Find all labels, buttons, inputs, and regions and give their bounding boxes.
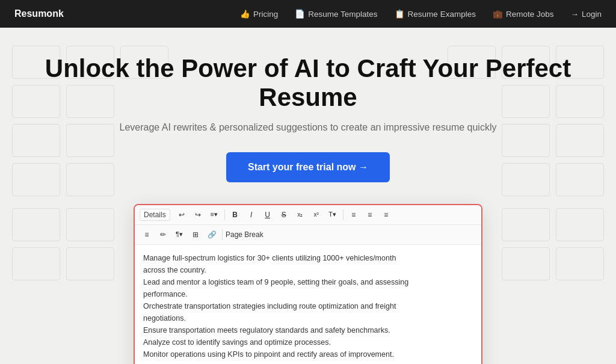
editor-card: Details ↩ ↪ ≡▾ B I U S x₂ x² T▾ ≡ ≡ ≡ — [134, 204, 482, 364]
login-link[interactable]: → Login — [570, 10, 602, 19]
editor-toolbar-row1: Details ↩ ↪ ≡▾ B I U S x₂ x² T▾ ≡ ≡ ≡ — [135, 205, 481, 225]
content-line: Ensure transportation meets regulatory s… — [143, 324, 473, 336]
editor-toolbar-row2: ≡ ✏ ¶▾ ⊞ 🔗 Page Break — [135, 225, 481, 245]
deco-box — [502, 163, 550, 196]
toolbar-separator — [343, 209, 343, 220]
content-line: negotiations. — [143, 312, 473, 324]
deco-box — [556, 208, 604, 241]
briefcase-icon: 💼 — [493, 9, 503, 19]
page-break-label: Page Break — [226, 230, 263, 239]
deco-box — [66, 247, 114, 280]
table-button[interactable]: ⊞ — [188, 227, 203, 242]
undo-button[interactable]: ↩ — [174, 208, 189, 222]
strikethrough-button[interactable]: S — [277, 208, 291, 222]
remote-jobs-link[interactable]: 💼 Remote Jobs — [493, 9, 554, 19]
deco-box — [556, 163, 604, 196]
nav-links: 👍 Pricing 📄 Resume Templates 📋 Resume Ex… — [240, 9, 602, 19]
content-line: Lead and mentor a logistics team of 9 pe… — [143, 276, 473, 288]
indent-button[interactable]: ≡ — [379, 208, 393, 222]
hero-section: Unlock the Power of AI to Craft Your Per… — [0, 28, 616, 364]
details-label: Details — [140, 209, 170, 221]
arrow-right-icon: → — [570, 10, 579, 19]
redo-button[interactable]: ↪ — [191, 208, 205, 222]
clipboard-icon: 📋 — [395, 9, 405, 19]
justify-button[interactable]: ≡ — [140, 227, 154, 242]
content-line: Orchestrate transportation strategies in… — [143, 300, 473, 312]
templates-link[interactable]: 📄 Resume Templates — [295, 9, 377, 19]
deco-box — [502, 247, 550, 280]
superscript-button[interactable]: x² — [309, 208, 324, 222]
toolbar-separator — [224, 209, 225, 220]
toolbar-separator — [222, 229, 223, 240]
content-line: Manage full-spectrum logistics for 30+ c… — [143, 252, 473, 264]
content-line: Monitor operations using KPIs to pinpoin… — [143, 348, 473, 360]
site-logo: Resumonk — [14, 8, 64, 19]
link-button[interactable]: 🔗 — [205, 227, 219, 242]
editor-content[interactable]: Manage full-spectrum logistics for 30+ c… — [135, 245, 481, 364]
pricing-icon: 👍 — [240, 9, 250, 19]
deco-box — [66, 208, 114, 241]
navbar: Resumonk 👍 Pricing 📄 Resume Templates 📋 … — [0, 0, 616, 28]
pricing-link[interactable]: 👍 Pricing — [240, 9, 278, 19]
list-button[interactable]: ≡ — [346, 208, 361, 222]
content-line: Analyze cost to identify savings and opt… — [143, 336, 473, 348]
underline-button[interactable]: U — [260, 208, 275, 222]
ordered-list-button[interactable]: ≡ — [363, 208, 377, 222]
deco-box — [12, 208, 60, 241]
paragraph-button[interactable]: ¶▾ — [172, 227, 186, 242]
deco-box — [12, 163, 60, 196]
examples-link[interactable]: 📋 Resume Examples — [395, 9, 476, 19]
subscript-button[interactable]: x₂ — [293, 208, 307, 222]
content-line: across the country. — [143, 264, 473, 276]
document-icon: 📄 — [295, 9, 305, 19]
font-button[interactable]: T▾ — [325, 208, 340, 222]
editor-mockup: Details ↩ ↪ ≡▾ B I U S x₂ x² T▾ ≡ ≡ ≡ — [134, 204, 482, 364]
deco-box — [556, 247, 604, 280]
italic-button[interactable]: I — [244, 208, 259, 222]
deco-box — [502, 208, 550, 241]
bold-button[interactable]: B — [228, 208, 242, 222]
deco-box — [12, 247, 60, 280]
hero-subheadline: Leverage AI rewrites & personalized sugg… — [12, 122, 604, 133]
align-button[interactable]: ≡▾ — [207, 208, 221, 222]
deco-box — [66, 163, 114, 196]
hero-headline: Unlock the Power of AI to Craft Your Per… — [12, 54, 604, 113]
content-line: performance. — [143, 288, 473, 300]
highlight-button[interactable]: ✏ — [156, 227, 170, 242]
cta-button[interactable]: Start your free trial now → — [226, 152, 390, 182]
